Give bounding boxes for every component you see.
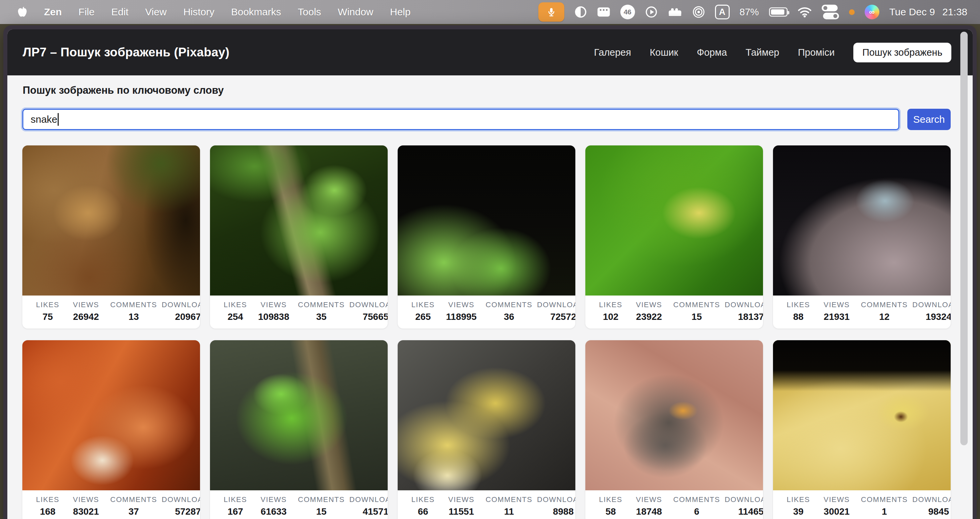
likes-label: LIKES xyxy=(404,495,442,504)
likes-label: LIKES xyxy=(29,300,66,309)
clock-date: Tue Dec 9 xyxy=(889,6,935,18)
apple-logo-icon[interactable] xyxy=(18,6,27,18)
likes-label: LIKES xyxy=(217,495,254,504)
play-circle-icon[interactable] xyxy=(645,6,658,18)
likes-label: LIKES xyxy=(592,495,629,504)
result-card: LIKES102 VIEWS23922 COMMENTS15 DOWNLOADS… xyxy=(585,145,763,329)
result-card: LIKES167 VIEWS61633 COMMENTS15 DOWNLOADS… xyxy=(210,340,388,519)
site-nav: Галерея Кошик Форма Таймер Проміси Пошук… xyxy=(594,43,951,62)
result-image-green-snake-closeup xyxy=(585,145,763,295)
nav-link-cart[interactable]: Кошик xyxy=(650,47,678,58)
likes-value: 168 xyxy=(29,506,66,517)
menubar-app-menu[interactable]: Zen xyxy=(44,6,62,18)
wifi-icon[interactable] xyxy=(798,7,812,18)
result-image-grass-snake-granite xyxy=(585,340,763,490)
likes-value: 167 xyxy=(217,506,254,517)
clock-time: 21:38 xyxy=(942,6,967,18)
downloads-label: DOWNLOADS xyxy=(725,300,763,309)
menubar-clock[interactable]: Tue Dec 9 21:38 xyxy=(889,6,967,18)
result-image-brown-cobra xyxy=(22,145,200,295)
result-card: LIKES66 VIEWS11551 COMMENTS11 DOWNLOADS8… xyxy=(398,340,575,519)
downloads-value: 72572 xyxy=(537,311,575,322)
control-center-icon[interactable] xyxy=(822,4,839,20)
result-card: LIKES75 VIEWS26942 COMMENTS13 DOWNLOADS2… xyxy=(22,145,200,329)
nav-link-promises[interactable]: Проміси xyxy=(798,47,835,58)
views-label: VIEWS xyxy=(817,300,856,309)
search-row: snake Search xyxy=(22,109,951,130)
result-card: LIKES168 VIEWS83021 COMMENTS37 DOWNLOADS… xyxy=(22,340,200,519)
image-stats: LIKES75 VIEWS26942 COMMENTS13 DOWNLOADS2… xyxy=(22,295,200,329)
likes-label: LIKES xyxy=(217,300,254,309)
web-page: ЛР7 – Пошук зображень (Pixabay) Галерея … xyxy=(7,29,973,519)
views-label: VIEWS xyxy=(254,300,293,309)
menubar-file-menu[interactable]: File xyxy=(78,6,94,18)
nav-link-timer[interactable]: Таймер xyxy=(746,47,780,58)
battery-limit-46-icon[interactable]: 46 xyxy=(620,5,635,19)
menubar-history-menu[interactable]: History xyxy=(183,6,214,18)
downloads-label: DOWNLOADS xyxy=(912,300,951,309)
nav-link-form[interactable]: Форма xyxy=(697,47,727,58)
site-header: ЛР7 – Пошук зображень (Pixabay) Галерея … xyxy=(7,29,973,75)
result-image-snake-on-log xyxy=(773,145,951,295)
comments-label: COMMENTS xyxy=(669,495,725,504)
views-value: 26942 xyxy=(66,311,106,322)
result-card: LIKES39 VIEWS30021 COMMENTS1 DOWNLOADS98… xyxy=(773,340,951,519)
text-caret xyxy=(58,113,59,126)
keyboard-icon[interactable] xyxy=(597,7,610,18)
menubar-help-menu[interactable]: Help xyxy=(390,6,410,18)
nav-link-gallery[interactable]: Галерея xyxy=(594,47,631,58)
siri-icon[interactable]: ∞ xyxy=(865,5,879,19)
airplay-audio-icon[interactable] xyxy=(692,6,705,18)
image-stats: LIKES254 VIEWS109838 COMMENTS35 DOWNLOAD… xyxy=(210,295,388,329)
result-image-green-python-coil xyxy=(210,340,388,490)
results-grid: LIKES75 VIEWS26942 COMMENTS13 DOWNLOADS2… xyxy=(22,145,951,519)
views-label: VIEWS xyxy=(66,300,106,309)
downloads-value: 19324 xyxy=(912,311,951,322)
search-section-heading: Пошук зображень по ключовому слову xyxy=(23,85,951,96)
nav-link-image-search-active[interactable]: Пошук зображень xyxy=(853,43,951,62)
comments-label: COMMENTS xyxy=(481,495,537,504)
views-value: 23922 xyxy=(629,311,669,322)
menubar-bookmarks-menu[interactable]: Bookmarks xyxy=(231,6,281,18)
battery-icon[interactable] xyxy=(769,7,788,17)
views-value: 118995 xyxy=(442,311,481,322)
result-image-coiled-green-python xyxy=(398,145,575,295)
macos-menubar: Zen File Edit View History Bookmarks Too… xyxy=(0,0,980,24)
comments-label: COMMENTS xyxy=(293,300,349,309)
search-button[interactable]: Search xyxy=(907,109,951,130)
downloads-value: 18137 xyxy=(725,311,763,322)
downloads-label: DOWNLOADS xyxy=(537,495,575,504)
views-label: VIEWS xyxy=(442,300,481,309)
menubar-window-menu[interactable]: Window xyxy=(338,6,373,18)
result-image-green-python-branch xyxy=(210,145,388,295)
vertical-scrollbar[interactable] xyxy=(960,32,968,445)
likes-value: 75 xyxy=(29,311,66,322)
search-input[interactable]: snake xyxy=(22,109,899,130)
menubar-tools-menu[interactable]: Tools xyxy=(298,6,321,18)
downloads-value: 57287 xyxy=(162,506,200,517)
page-title: ЛР7 – Пошук зображень (Pixabay) xyxy=(23,45,229,59)
views-label: VIEWS xyxy=(254,495,293,504)
comments-label: COMMENTS xyxy=(293,495,349,504)
microphone-status-icon[interactable] xyxy=(538,2,564,22)
likes-value: 39 xyxy=(780,506,817,517)
comments-value: 15 xyxy=(669,311,725,322)
downloads-label: DOWNLOADS xyxy=(349,300,388,309)
downloads-value: 20967 xyxy=(162,311,200,322)
downloads-label: DOWNLOADS xyxy=(912,495,951,504)
image-stats: LIKES102 VIEWS23922 COMMENTS15 DOWNLOADS… xyxy=(585,295,763,329)
likes-label: LIKES xyxy=(780,495,817,504)
likes-value: 66 xyxy=(404,506,442,517)
image-stats: LIKES168 VIEWS83021 COMMENTS37 DOWNLOADS… xyxy=(22,490,200,519)
comments-label: COMMENTS xyxy=(669,300,725,309)
comments-value: 1 xyxy=(856,506,912,517)
menubar-edit-menu[interactable]: Edit xyxy=(111,6,129,18)
menubar-view-menu[interactable]: View xyxy=(145,6,166,18)
downloads-value: 41571 xyxy=(349,506,388,517)
input-source-icon[interactable]: A xyxy=(715,5,730,19)
likes-value: 254 xyxy=(217,311,254,322)
comments-label: COMMENTS xyxy=(481,300,537,309)
bed-utility-icon[interactable] xyxy=(668,6,682,18)
comments-label: COMMENTS xyxy=(856,300,912,309)
timer-circle-icon[interactable] xyxy=(574,6,587,18)
